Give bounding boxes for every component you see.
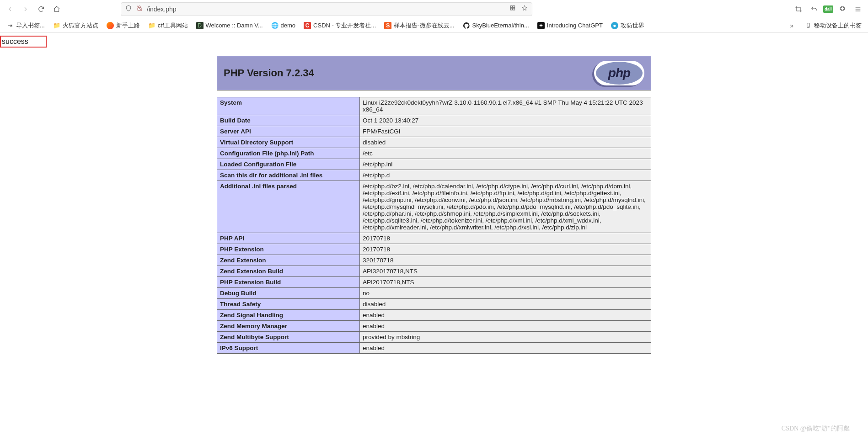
phpinfo-key: Zend Multibyte Support: [217, 332, 360, 343]
phpinfo-key: Additional .ini files parsed: [217, 181, 360, 233]
phpinfo-key: PHP Extension: [217, 244, 360, 255]
table-row: Loaded Configuration File/etc/php.ini: [217, 159, 651, 170]
home-button[interactable]: [50, 3, 63, 16]
table-row: SystemLinux iZ2ze92ck0dekt0yyhh7wrZ 3.10…: [217, 97, 651, 115]
phpinfo-table: SystemLinux iZ2ze92ck0dekt0yyhh7wrZ 3.10…: [217, 97, 651, 354]
bookmark-github-repo[interactable]: SkyBlueEternal/thin...: [459, 20, 533, 32]
php-logo: php: [594, 61, 644, 85]
svg-rect-3: [510, 8, 512, 10]
phpinfo-value: API20170718,NTS: [360, 277, 651, 288]
url-bar[interactable]: /index.php: [121, 2, 532, 16]
bookmark-import[interactable]: ⇥导入书签...: [3, 20, 48, 32]
dvwa-icon: D: [196, 22, 204, 29]
adworld-icon: ●: [611, 22, 618, 29]
svg-rect-1: [510, 6, 512, 8]
phpinfo-value: FPM/FastCGI: [360, 126, 651, 137]
phpinfo-value: 20170718: [360, 244, 651, 255]
url-text: /index.php: [147, 5, 505, 13]
phpinfo-key: Server API: [217, 126, 360, 137]
bookmarks-bar: ⇥导入书签... 火狐官方站点 新手上路 ctf工具网站 DWelcome ::…: [0, 18, 868, 33]
php-version-title: PHP Version 7.2.34: [224, 67, 594, 79]
phpinfo-value: enabled: [360, 321, 651, 332]
table-row: Zend Extension320170718: [217, 255, 651, 266]
crop-icon[interactable]: [792, 3, 805, 16]
extensions-icon[interactable]: [836, 3, 849, 16]
phpinfo-key: System: [217, 97, 360, 115]
reload-button[interactable]: [35, 3, 48, 16]
phpinfo-key: Zend Signal Handling: [217, 310, 360, 321]
table-row: Debug Buildno: [217, 288, 651, 299]
phpinfo-key: IPv6 Support: [217, 343, 360, 354]
csdn-watermark: CSDN @偷吃"游"的阿彪: [782, 425, 850, 433]
menu-icon[interactable]: [852, 3, 864, 16]
bookmark-demo[interactable]: demo: [268, 20, 300, 32]
page-content: success PHP Version 7.2.34 php SystemLin…: [0, 33, 868, 354]
bookmark-getting-started[interactable]: 新手上路: [103, 20, 144, 32]
globe-icon: [271, 22, 279, 29]
phpinfo-key: Thread Safety: [217, 299, 360, 310]
phpinfo-container: PHP Version 7.2.34 php SystemLinux iZ2ze…: [217, 56, 651, 354]
phpinfo-value: enabled: [360, 343, 651, 354]
phpinfo-value: /etc: [360, 148, 651, 159]
table-row: IPv6 Supportenabled: [217, 343, 651, 354]
phpinfo-value: disabled: [360, 137, 651, 148]
table-row: Zend Extension BuildAPI320170718,NTS: [217, 266, 651, 277]
table-row: Server APIFPM/FastCGI: [217, 126, 651, 137]
phpinfo-value: /etc/php.d/bz2.ini, /etc/php.d/calendar.…: [360, 181, 651, 233]
phpinfo-value: disabled: [360, 299, 651, 310]
folder-icon: [148, 22, 155, 29]
phpinfo-key: Loaded Configuration File: [217, 159, 360, 170]
phpinfo-key: Scan this dir for additional .ini files: [217, 170, 360, 181]
firefox-icon: [107, 22, 114, 29]
table-row: Zend Memory Managerenabled: [217, 321, 651, 332]
shield-icon: [125, 5, 132, 13]
undo-icon[interactable]: [808, 3, 820, 16]
bookmark-chatgpt[interactable]: ✦Introducing ChatGPT: [534, 20, 606, 32]
back-button[interactable]: [4, 3, 16, 16]
browser-navbar: /index.php dail: [0, 0, 868, 18]
table-row: Scan this dir for additional .ini files/…: [217, 170, 651, 181]
phpinfo-header: PHP Version 7.2.34 php: [217, 56, 651, 90]
reader-icon[interactable]: [509, 5, 516, 13]
mobile-icon: [804, 22, 812, 29]
phpinfo-value: API320170718,NTS: [360, 266, 651, 277]
phpinfo-value: provided by mbstring: [360, 332, 651, 343]
bookmark-threatbook[interactable]: S样本报告-微步在线云...: [380, 20, 458, 32]
bookmark-adworld[interactable]: ●攻防世界: [607, 20, 648, 32]
bookmark-csdn[interactable]: CCSDN - 专业开发者社...: [300, 20, 380, 32]
table-row: Additional .ini files parsed/etc/php.d/b…: [217, 181, 651, 233]
table-row: Zend Signal Handlingenabled: [217, 310, 651, 321]
phpinfo-key: Build Date: [217, 115, 360, 126]
svg-rect-4: [513, 8, 515, 10]
csdn-icon: C: [304, 22, 311, 29]
bookmark-firefox-official[interactable]: 火狐官方站点: [49, 20, 102, 32]
forward-button[interactable]: [19, 3, 32, 16]
phpinfo-value: no: [360, 288, 651, 299]
phpinfo-value: Oct 1 2020 13:40:27: [360, 115, 651, 126]
overflow-chevron-icon[interactable]: »: [787, 22, 796, 29]
star-icon[interactable]: [521, 5, 528, 13]
table-row: PHP Extension BuildAPI20170718,NTS: [217, 277, 651, 288]
table-row: Build DateOct 1 2020 13:40:27: [217, 115, 651, 126]
phpinfo-key: PHP Extension Build: [217, 277, 360, 288]
table-row: Configuration File (php.ini) Path/etc: [217, 148, 651, 159]
phpinfo-key: Configuration File (php.ini) Path: [217, 148, 360, 159]
table-row: Virtual Directory Supportdisabled: [217, 137, 651, 148]
github-icon: [463, 22, 470, 29]
phpinfo-key: PHP API: [217, 233, 360, 244]
bookmark-mobile[interactable]: 移动设备上的书签: [801, 20, 865, 32]
lock-strike-icon: [136, 5, 143, 13]
dail-badge[interactable]: dail: [823, 5, 833, 13]
phpinfo-value: 320170718: [360, 255, 651, 266]
php-logo-text: php: [596, 62, 643, 85]
folder-icon: [53, 22, 60, 29]
phpinfo-value: 20170718: [360, 233, 651, 244]
bookmark-ctf-tools[interactable]: ctf工具网站: [145, 20, 192, 32]
table-row: Thread Safetydisabled: [217, 299, 651, 310]
phpinfo-key: Zend Extension Build: [217, 266, 360, 277]
table-row: Zend Multibyte Supportprovided by mbstri…: [217, 332, 651, 343]
import-icon: ⇥: [6, 22, 14, 29]
threatbook-icon: S: [384, 22, 391, 29]
table-row: PHP Extension20170718: [217, 244, 651, 255]
bookmark-dvwa[interactable]: DWelcome :: Damn V...: [193, 20, 267, 32]
